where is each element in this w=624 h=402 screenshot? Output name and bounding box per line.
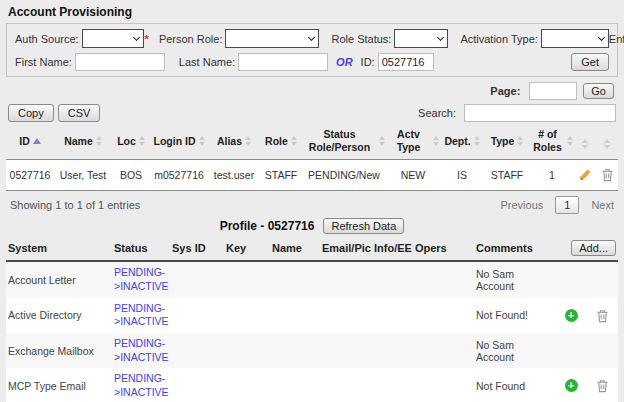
col-header-dept[interactable]: Dept. [440,125,484,160]
id-input[interactable] [378,53,434,71]
cell-id: 0527716 [6,160,54,191]
search-label: Search: [418,107,456,119]
profile-row-mcp-type-email: MCP Type Email PENDING->INACTIVE Not Fou… [6,368,618,402]
activation-type-label: Activation Type: [460,33,537,45]
status-link[interactable]: PENDING->INACTIVE [114,266,170,293]
status-link[interactable]: PENDING->INACTIVE [114,337,170,364]
sort-icon[interactable] [291,136,297,146]
sort-icon [582,139,588,149]
previous-button[interactable]: Previous [500,199,543,211]
results-table: ID Name Loc Login ID Alias Role Status R… [6,125,618,191]
comment-text: No Sam Account [474,261,556,297]
person-role-label: Person Role: [159,33,223,45]
get-button[interactable]: Get [571,53,609,71]
search-input[interactable] [464,104,616,122]
csv-button[interactable]: CSV [58,104,101,122]
refresh-data-button[interactable]: Refresh Data [323,218,404,234]
cell-num-roles: 1 [530,160,574,191]
profile-row-exchange-mailbox: Exchange Mailbox PENDING->INACTIVE No Sa… [6,333,618,368]
col-header-status: Status [112,238,170,261]
auth-source-select[interactable] [82,29,144,48]
col-header-num-roles[interactable]: # of Roles [530,125,574,160]
last-name-label: Last Name: [179,56,235,68]
cell-name: User, Test [54,160,112,191]
edit-pencil-icon[interactable] [578,168,592,180]
profile-row-account-letter: Account Letter PENDING->INACTIVE No Sam … [6,261,618,297]
col-header-email-pic: Email/Pic Info/EE Opers [320,238,474,261]
results-header-row: ID Name Loc Login ID Alias Role Status R… [6,125,618,160]
status-link[interactable]: PENDING->INACTIVE [114,372,170,399]
page-label: Page: [490,85,520,97]
sort-icon[interactable] [245,136,251,146]
col-header-status-role-person[interactable]: Status Role/Person [302,125,386,160]
comment-text: Not Found! [474,298,556,333]
filter-panel: Auth Source: * Person Role: Role Status:… [6,23,618,77]
cell-actv-type: NEW [386,160,440,191]
status-link[interactable]: PENDING->INACTIVE [114,302,170,329]
col-header-alias[interactable]: Alias [208,125,260,160]
next-button[interactable]: Next [591,199,614,211]
sort-icon[interactable] [139,136,145,146]
col-header-loc[interactable]: Loc [112,125,150,160]
sort-icon[interactable] [96,136,102,146]
cell-role: STAFF [260,160,302,191]
page-title: Account Provisioning [0,0,624,23]
col-header-type[interactable]: Type [484,125,530,160]
sort-icon[interactable] [379,136,385,146]
comment-text: No Sam Account [474,333,556,368]
sort-icon[interactable] [199,136,205,146]
trash-icon[interactable] [601,168,614,180]
person-role-select[interactable] [225,29,319,48]
page-input[interactable] [529,82,577,100]
cell-status-role-person: PENDING/New [302,160,386,191]
sort-icon[interactable] [567,136,573,146]
trash-icon[interactable] [596,379,609,391]
cell-login-id: m0527716 [150,160,208,191]
add-button[interactable]: Add... [571,240,616,256]
activation-type-select[interactable] [541,29,609,48]
go-button[interactable]: Go [583,83,614,99]
id-label: ID: [361,56,375,68]
last-name-input[interactable] [238,53,328,71]
role-status-select[interactable] [394,29,448,48]
add-plus-icon[interactable]: + [565,379,578,392]
system-name: MCP Type Email [6,368,112,402]
cell-loc: BOS [112,160,150,191]
or-label: OR [336,56,353,68]
sort-icon[interactable] [433,136,439,146]
entry-from-label: Entry From: [609,33,624,45]
first-name-input[interactable] [75,53,165,71]
col-header-role[interactable]: Role [260,125,302,160]
col-header-actv-type[interactable]: Actv Type [386,125,440,160]
sort-icon[interactable] [517,136,523,146]
col-header-delete [596,125,618,160]
col-header-system: System [6,238,112,261]
col-header-id[interactable]: ID [6,125,54,160]
system-name: Active Directory [6,298,112,333]
col-header-sys-id: Sys ID [170,238,224,261]
sort-icon [604,139,610,149]
copy-button[interactable]: Copy [8,104,54,122]
system-name: Exchange Mailbox [6,333,112,368]
profile-header-row: System Status Sys ID Key Name Email/Pic … [6,238,618,261]
cell-alias: test.user [208,160,260,191]
page-number-button[interactable]: 1 [555,196,579,214]
add-plus-icon[interactable]: + [565,309,578,322]
cell-dept: IS [440,160,484,191]
trash-icon[interactable] [596,308,609,320]
profile-table: System Status Sys ID Key Name Email/Pic … [6,238,618,402]
comment-text: Not Found [474,368,556,402]
required-marker: * [145,33,149,45]
first-name-label: First Name: [15,56,72,68]
col-header-key: Key [224,238,270,261]
sort-icon[interactable] [474,136,480,146]
col-header-name: Name [270,238,320,261]
sort-asc-icon[interactable] [33,138,41,144]
profile-row-active-directory: Active Directory PENDING->INACTIVE Not F… [6,298,618,333]
col-header-name[interactable]: Name [54,125,112,160]
entries-summary: Showing 1 to 1 of 1 entries [10,199,140,211]
col-header-login-id[interactable]: Login ID [150,125,208,160]
table-row: 0527716 User, Test BOS m0527716 test.use… [6,160,618,191]
system-name: Account Letter [6,261,112,297]
cell-type: STAFF [484,160,530,191]
